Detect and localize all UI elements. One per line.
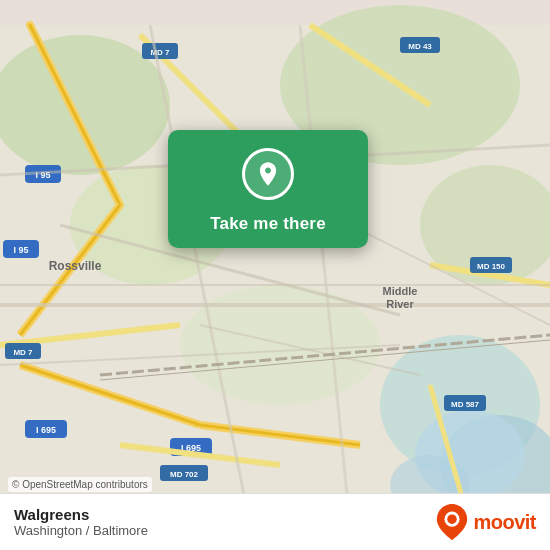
map-background: I 95 I 95 I 695 I 695 MD 7 MD 7 MD 43 MD… (0, 0, 550, 550)
take-me-there-button[interactable]: Take me there (210, 214, 326, 234)
svg-text:MD 43: MD 43 (408, 42, 432, 51)
svg-text:Rossville: Rossville (49, 259, 102, 273)
location-pin-icon (254, 160, 282, 188)
svg-point-34 (448, 514, 457, 523)
moovit-pin-icon (436, 504, 468, 540)
map-container: I 95 I 95 I 695 I 695 MD 7 MD 7 MD 43 MD… (0, 0, 550, 550)
svg-text:MD 150: MD 150 (477, 262, 506, 271)
svg-text:River: River (386, 298, 414, 310)
place-location: Washington / Baltimore (14, 523, 148, 538)
place-name: Walgreens (14, 506, 148, 523)
svg-text:MD 702: MD 702 (170, 470, 199, 479)
svg-text:I 95: I 95 (13, 245, 28, 255)
popup-pin (242, 148, 294, 200)
attribution-text: © OpenStreetMap contributors (12, 479, 148, 490)
popup-card: Take me there (168, 130, 368, 248)
bottom-bar: Walgreens Washington / Baltimore moovit (0, 493, 550, 550)
moovit-logo: moovit (436, 504, 536, 540)
svg-text:MD 7: MD 7 (13, 348, 33, 357)
svg-text:MD 587: MD 587 (451, 400, 480, 409)
moovit-brand-text: moovit (473, 511, 536, 534)
bottom-bar-info: Walgreens Washington / Baltimore (14, 506, 148, 538)
svg-text:I 695: I 695 (36, 425, 56, 435)
svg-text:Middle: Middle (383, 285, 418, 297)
map-attribution: © OpenStreetMap contributors (8, 477, 152, 492)
